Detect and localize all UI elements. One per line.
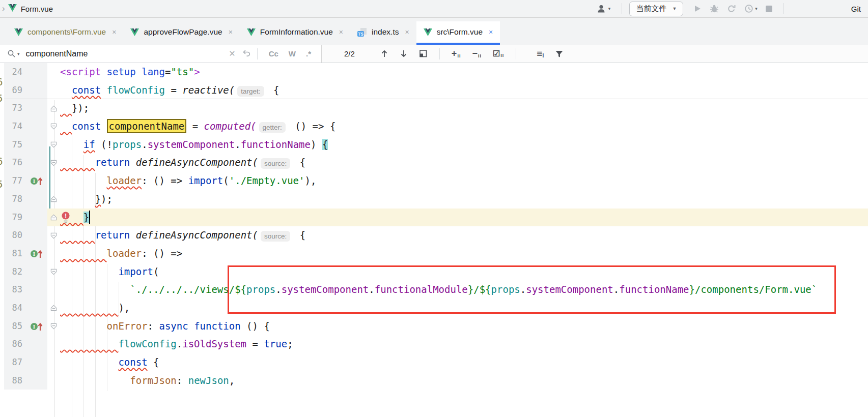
code-line[interactable]: 81I loader: () => bbox=[4, 245, 868, 263]
line-number[interactable]: 88 bbox=[4, 372, 30, 390]
code-text[interactable]: }); bbox=[60, 190, 113, 208]
tab-close-icon[interactable]: × bbox=[229, 28, 233, 36]
whole-words-toggle[interactable]: W bbox=[289, 49, 296, 58]
open-in-find-window-button[interactable] bbox=[419, 49, 428, 58]
code-line[interactable]: 85I onError: async function () { bbox=[4, 317, 868, 336]
line-number[interactable]: 78 bbox=[4, 190, 30, 208]
user-account-icon[interactable]: ▾ bbox=[597, 4, 611, 13]
navigate-usage-marker-icon[interactable]: I bbox=[30, 248, 44, 259]
search-history-icon[interactable] bbox=[242, 49, 251, 59]
line-number[interactable]: 85 bbox=[4, 317, 30, 336]
search-icon[interactable]: ▾ bbox=[7, 49, 20, 58]
code-text[interactable]: loader: () => bbox=[60, 245, 182, 263]
fold-toggle-icon[interactable] bbox=[50, 195, 58, 203]
code-text[interactable]: flowConfig.isOldSystem = true; bbox=[60, 335, 293, 353]
code-line[interactable]: 77I loader: () => import('./Empty.vue'), bbox=[4, 172, 868, 190]
code-text[interactable]: import( bbox=[60, 263, 159, 281]
fold-toggle-icon[interactable] bbox=[50, 123, 58, 130]
code-text[interactable]: formJson: newJson, bbox=[60, 372, 235, 390]
code-line[interactable]: 86 flowConfig.isOldSystem = true; bbox=[4, 335, 868, 353]
error-intention-icon[interactable]: ! bbox=[61, 212, 70, 225]
match-case-toggle[interactable]: Cc bbox=[269, 49, 278, 58]
fold-toggle-icon[interactable] bbox=[50, 322, 58, 330]
code-text[interactable]: <script setup lang="ts"> bbox=[60, 63, 200, 81]
next-occurrence-button[interactable] bbox=[400, 49, 408, 58]
filter-funnel-icon[interactable] bbox=[555, 50, 564, 58]
line-number[interactable]: 81 bbox=[4, 245, 30, 263]
tab-close-icon[interactable]: × bbox=[405, 28, 409, 36]
code-line[interactable]: 73 }); bbox=[4, 99, 868, 117]
code-text[interactable]: onError: async function () { bbox=[60, 317, 270, 336]
line-number[interactable]: 86 bbox=[4, 335, 30, 353]
remove-selection-occurrence-button[interactable]: −II bbox=[472, 48, 482, 59]
line-number[interactable]: 87 bbox=[4, 353, 30, 372]
code-line[interactable]: 88 formJson: newJson, bbox=[4, 372, 868, 390]
navigate-usage-marker-icon[interactable]: I bbox=[30, 175, 44, 186]
line-number[interactable]: 69 bbox=[4, 81, 30, 99]
line-number[interactable]: 79 bbox=[4, 208, 30, 227]
code-line[interactable]: 24<script setup lang="ts"> bbox=[4, 63, 868, 81]
line-number[interactable]: 74 bbox=[4, 117, 30, 136]
editor-tab[interactable]: TSindex.ts× bbox=[350, 21, 416, 45]
tab-close-icon[interactable]: × bbox=[489, 28, 493, 36]
code-line[interactable]: 82 import( bbox=[4, 263, 868, 281]
code-line[interactable]: 80 return defineAsyncComponent(source: { bbox=[4, 226, 868, 245]
code-line[interactable]: 74 const componentName = computed(getter… bbox=[4, 117, 868, 136]
select-all-occurrences-button[interactable]: ☑II bbox=[493, 49, 504, 58]
run-configuration-dropdown[interactable]: 当前文件 ▼ bbox=[629, 2, 683, 16]
code-text[interactable]: const { bbox=[60, 353, 159, 372]
run-with-coverage-button[interactable] bbox=[727, 4, 736, 13]
line-number[interactable]: 24 bbox=[4, 63, 30, 81]
run-button[interactable] bbox=[693, 5, 702, 13]
fold-toggle-icon[interactable] bbox=[50, 105, 58, 112]
stop-button[interactable] bbox=[766, 6, 772, 12]
git-menu[interactable]: Git bbox=[851, 5, 861, 13]
code-line[interactable]: 78 }); bbox=[4, 190, 868, 208]
fold-toggle-icon[interactable] bbox=[50, 232, 58, 240]
code-line[interactable]: 83 `./../../../views/${props.systemCompo… bbox=[4, 281, 868, 299]
editor-tab[interactable]: components\Form.vue× bbox=[7, 21, 123, 45]
line-number[interactable]: 77 bbox=[4, 172, 30, 190]
editor-tab[interactable]: FormInformation.vue× bbox=[240, 21, 350, 45]
editor-tab[interactable]: approveFlowPage.vue× bbox=[123, 21, 239, 45]
navigate-usage-marker-icon[interactable]: I bbox=[30, 321, 44, 332]
line-number[interactable]: 83 bbox=[4, 281, 30, 299]
line-number[interactable]: 84 bbox=[4, 299, 30, 317]
tab-close-icon[interactable]: × bbox=[339, 28, 343, 36]
code-text[interactable]: const componentName = computed(getter: (… bbox=[60, 117, 335, 136]
fold-toggle-icon[interactable] bbox=[50, 304, 58, 312]
editor-tab[interactable]: src\Form.vue× bbox=[416, 21, 500, 45]
line-number[interactable]: 75 bbox=[4, 136, 30, 154]
search-field[interactable]: ▾ componentName ✕ Cc W .* bbox=[0, 45, 322, 63]
code-line[interactable]: 84 ), bbox=[4, 299, 868, 317]
fold-toggle-icon[interactable] bbox=[50, 268, 58, 276]
code-text[interactable]: }); bbox=[60, 99, 89, 117]
add-selection-occurrence-button[interactable]: +II bbox=[452, 48, 461, 59]
code-line[interactable]: 69 const flowConfig = reactive(target: { bbox=[4, 81, 868, 100]
clear-search-icon[interactable]: ✕ bbox=[229, 49, 235, 58]
filter-search-lines-button[interactable]: ≡I bbox=[537, 48, 544, 59]
debug-button[interactable] bbox=[710, 4, 719, 13]
code-text[interactable]: return defineAsyncComponent(source: { bbox=[60, 154, 305, 172]
previous-occurrence-button[interactable] bbox=[380, 49, 388, 58]
fold-toggle-icon[interactable] bbox=[50, 214, 58, 221]
line-number[interactable]: 76 bbox=[4, 154, 30, 172]
tab-close-icon[interactable]: × bbox=[112, 28, 116, 36]
profiler-button[interactable]: ▾ bbox=[744, 4, 758, 13]
line-number[interactable]: 73 bbox=[4, 99, 30, 117]
code-editor[interactable]: 24<script setup lang="ts">69 const flowC… bbox=[0, 63, 868, 417]
line-number[interactable]: 80 bbox=[4, 226, 30, 245]
code-text[interactable]: if (!props.systemComponent.functionName)… bbox=[60, 136, 328, 154]
code-text[interactable]: const flowConfig = reactive(target: { bbox=[60, 81, 279, 99]
code-text[interactable]: loader: () => import('./Empty.vue'), bbox=[60, 172, 316, 190]
code-text[interactable]: ), bbox=[60, 299, 130, 317]
regex-toggle[interactable]: .* bbox=[306, 49, 311, 58]
code-line[interactable]: !79 } bbox=[4, 208, 868, 227]
fold-toggle-icon[interactable] bbox=[50, 141, 58, 148]
code-text[interactable]: return defineAsyncComponent(source: { bbox=[60, 226, 305, 245]
code-text[interactable]: `./../../../views/${props.systemComponen… bbox=[60, 281, 817, 299]
search-input[interactable]: componentName bbox=[26, 49, 223, 58]
line-number[interactable]: 82 bbox=[4, 263, 30, 281]
code-line[interactable]: 87 const { bbox=[4, 353, 868, 372]
fold-toggle-icon[interactable] bbox=[50, 159, 58, 167]
